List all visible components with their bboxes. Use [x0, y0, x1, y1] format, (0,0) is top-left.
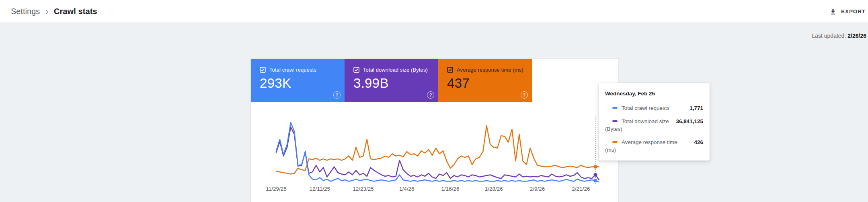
tooltip-label: Total download size [622, 118, 669, 124]
help-icon[interactable]: ? [427, 91, 434, 99]
highlight-dot-download_size [593, 173, 597, 177]
series-swatch-blue [612, 107, 618, 109]
card-value: 3.99B [353, 76, 433, 91]
card-value: 437 [447, 76, 526, 91]
last-updated-label: Last updated: [812, 33, 846, 39]
highlight-dot-crawl_requests [593, 179, 597, 182]
tooltip-value: 1,771 [689, 104, 703, 112]
chart-line-crawl_requests [276, 123, 599, 182]
page-title: Crawl stats [54, 7, 97, 16]
breadcrumb: Settings › Crawl stats [11, 0, 97, 23]
download-icon [829, 8, 837, 15]
crawl-stats-chart-card: 11/29/2512/11/2512/23/251/4/261/16/261/2… [251, 59, 618, 202]
metric-cards-row: Total crawl requests 293K ? Total downlo… [251, 59, 618, 102]
metric-card-average-response-time[interactable]: Average response time (ms) 437 ? [438, 59, 532, 102]
top-bar: Settings › Crawl stats EXPORT [0, 0, 868, 23]
tooltip-label-unit: (ms) [605, 146, 703, 154]
chevron-right-icon: › [45, 7, 48, 16]
tooltip-label: Total crawl requests [622, 105, 669, 111]
help-icon[interactable]: ? [333, 91, 341, 99]
chart-tooltip: Wednesday, Feb 25 1,771Total crawl reque… [599, 83, 710, 161]
metric-card-total-download-size[interactable]: Total download size (Bytes) 3.99B ? [345, 59, 438, 102]
tooltip-value: 36,841,125 [676, 117, 703, 125]
card-label: Total crawl requests [269, 67, 316, 73]
chart-line-download_size [276, 127, 599, 180]
tooltip-date: Wednesday, Feb 25 [605, 90, 703, 97]
breadcrumb-settings-link[interactable]: Settings [11, 7, 40, 16]
highlight-dot-response_time [593, 165, 597, 169]
tooltip-value: 426 [694, 138, 703, 146]
help-icon[interactable]: ? [521, 91, 528, 99]
card-label: Total download size (Bytes) [363, 67, 428, 73]
tooltip-label: Average response time [622, 139, 677, 145]
last-updated-value: 2/26/26 [847, 33, 866, 39]
tooltip-row-download-size: 36,841,125Total download size (Bytes) [605, 117, 703, 133]
card-label: Average response time (ms) [457, 67, 523, 73]
last-updated: Last updated:2/26/26 [812, 33, 866, 39]
chart-line-response_time [276, 126, 599, 174]
series-swatch-orange [612, 141, 618, 143]
checkbox-checked-icon[interactable] [260, 67, 266, 73]
tooltip-row-response-time: 426Average response time (ms) [605, 138, 703, 154]
card-value: 293K [260, 76, 339, 91]
metric-card-total-crawl-requests[interactable]: Total crawl requests 293K ? [251, 59, 345, 102]
export-button[interactable]: EXPORT [828, 0, 867, 23]
checkbox-checked-icon[interactable] [353, 67, 359, 73]
tooltip-label-unit: (Bytes) [605, 125, 703, 133]
export-label: EXPORT [841, 8, 866, 14]
checkbox-checked-icon[interactable] [447, 67, 453, 73]
series-swatch-purple [612, 120, 618, 122]
tooltip-row-crawl-requests: 1,771Total crawl requests [605, 104, 703, 112]
